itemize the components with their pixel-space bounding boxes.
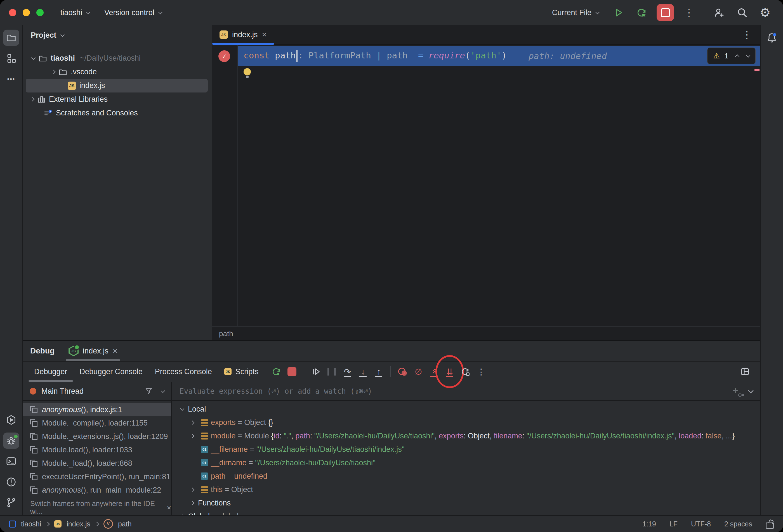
add-watch-button[interactable]: + <box>730 386 741 396</box>
frame-row[interactable]: Module._extensions..js(), loader:1209 <box>23 430 171 443</box>
chevron-down-icon[interactable] <box>161 388 165 393</box>
variable-row-local[interactable]: Local <box>172 402 760 416</box>
intention-bulb-icon[interactable] <box>244 68 251 76</box>
layout-settings-button[interactable] <box>738 364 752 379</box>
close-icon[interactable]: × <box>262 30 267 39</box>
debug-session-tab[interactable]: JS index.js × <box>66 341 120 361</box>
evaluate-input[interactable] <box>179 387 730 396</box>
more-actions-button[interactable]: ⋮ <box>681 5 697 21</box>
pause-button[interactable] <box>324 364 339 379</box>
indent-widget[interactable]: 2 spaces <box>724 520 752 528</box>
editor-tab-indexjs[interactable]: JS index.js × <box>212 25 274 44</box>
variable-row-filename[interactable]: 01 __filename = "/Users/zhaolei-hu/Daily… <box>172 442 760 456</box>
breadcrumb-project[interactable]: tiaoshi <box>21 520 41 528</box>
project-toolwindow-button[interactable] <box>3 30 19 46</box>
settings-button[interactable]: ⚙ <box>757 5 773 21</box>
tree-label: tiaoshi <box>51 54 75 63</box>
code-with-me-button[interactable] <box>712 5 727 21</box>
breakpoint-icon[interactable]: ✓ <box>218 50 230 62</box>
chevron-right-icon[interactable] <box>190 434 194 438</box>
maximize-window-button[interactable] <box>36 9 43 16</box>
variables-panel: + Local export <box>172 382 760 515</box>
frame-row[interactable]: anonymous(), index.js:1 <box>23 403 171 416</box>
step-over-button[interactable]: ↷ <box>340 364 354 379</box>
run-configuration-select[interactable]: Current File <box>552 8 599 17</box>
more-actions-button[interactable]: ⋮ <box>474 364 488 379</box>
execution-line[interactable]: const path: PlatformPath | path = requir… <box>238 46 760 66</box>
project-menu[interactable]: tiaoshi <box>60 8 90 17</box>
line-separator-widget[interactable]: LF <box>669 520 678 528</box>
tree-row-indexjs[interactable]: JS index.js <box>23 79 212 93</box>
error-stripe-mark[interactable] <box>754 69 759 71</box>
step-out-button[interactable]: ↑ <box>371 364 386 379</box>
thread-selector[interactable]: Main Thread <box>23 382 171 401</box>
breadcrumb-item[interactable]: path <box>219 329 233 338</box>
close-icon[interactable]: × <box>113 347 118 355</box>
tab-process-console[interactable]: Process Console <box>149 362 218 382</box>
close-window-button[interactable] <box>9 9 16 16</box>
variable-row-dirname[interactable]: 01 __dirname = "/Users/zhaolei-hu/DailyU… <box>172 456 760 469</box>
mute-breakpoints-button[interactable]: ∅ <box>411 364 426 379</box>
unlock-icon[interactable] <box>766 523 774 529</box>
debug-toolwindow-button[interactable] <box>3 433 19 449</box>
tab-scripts[interactable]: JS Scripts <box>219 362 264 382</box>
editor-tab-options-button[interactable]: ⋮ <box>742 29 752 40</box>
tree-row-external-libraries[interactable]: External Libraries <box>23 93 212 106</box>
tree-row-project-root[interactable]: tiaoshi ~/DailyUse/tiaoshi <box>23 52 212 65</box>
encoding-widget[interactable]: UTF-8 <box>691 520 711 528</box>
frame-row[interactable]: Module._load(), loader:868 <box>23 457 171 470</box>
search-everywhere-button[interactable] <box>734 5 750 21</box>
structure-toolwindow-button[interactable] <box>3 50 19 67</box>
breadcrumb-symbol[interactable]: path <box>118 520 132 528</box>
close-icon[interactable]: × <box>167 504 171 511</box>
breadcrumb-file[interactable]: index.js <box>67 520 90 528</box>
resume-button[interactable] <box>309 364 323 379</box>
variable-row-exports[interactable]: exports = Object {} <box>172 416 760 429</box>
problems-toolwindow-button[interactable] <box>3 474 19 490</box>
chevron-down-icon[interactable] <box>748 388 754 393</box>
frame-row[interactable]: executeUserEntryPoint(), run_main:81 <box>23 470 171 484</box>
next-problem-button[interactable] <box>746 53 751 58</box>
caret-position-widget[interactable]: 1:19 <box>643 520 656 528</box>
rerun-button[interactable] <box>269 364 284 379</box>
vcs-toolwindow-button[interactable] <box>3 495 19 511</box>
variable-row-this[interactable]: this = Object <box>172 483 760 496</box>
force-step-into-button[interactable]: ⇊ <box>442 364 457 379</box>
project-panel-header[interactable]: Project <box>23 25 212 45</box>
minimize-window-button[interactable] <box>23 9 30 16</box>
filter-icon[interactable] <box>145 387 153 395</box>
rerun-debug-button[interactable] <box>634 5 649 21</box>
chevron-down-icon[interactable] <box>180 406 184 411</box>
stop-button[interactable] <box>657 4 674 21</box>
run-button[interactable] <box>611 5 626 21</box>
tab-debugger-console[interactable]: Debugger Console <box>74 362 148 382</box>
chevron-right-icon[interactable] <box>190 420 194 425</box>
variable-row-global[interactable]: Global = global <box>172 510 760 515</box>
view-breakpoints-button[interactable] <box>396 364 410 379</box>
run-hexagon-icon <box>6 414 17 425</box>
variable-row-functions[interactable]: Functions <box>172 496 760 510</box>
terminal-toolwindow-button[interactable] <box>3 453 19 469</box>
frame-row[interactable]: Module._compile(), loader:1155 <box>23 416 171 430</box>
chevron-right-icon[interactable] <box>190 487 194 492</box>
step-into-button[interactable]: ↓ <box>356 364 370 379</box>
run-toolwindow-button[interactable] <box>3 412 19 428</box>
run-to-cursor-button[interactable] <box>458 364 473 379</box>
vcs-menu[interactable]: Version control <box>104 8 162 17</box>
tree-row-scratches[interactable]: Scratches and Consoles <box>23 106 212 120</box>
tree-row-vscode[interactable]: .vscode <box>23 65 212 79</box>
chevron-right-icon <box>52 70 56 74</box>
code-editor[interactable]: ✓ const path: PlatformPath | path = requ… <box>212 45 760 326</box>
variable-row-path[interactable]: 01 path = undefined <box>172 469 760 483</box>
chevron-right-icon[interactable] <box>190 501 194 505</box>
notifications-button[interactable] <box>764 30 780 46</box>
previous-problem-button[interactable] <box>735 54 740 59</box>
frame-row[interactable]: anonymous(), run_main_module:22 <box>23 484 171 497</box>
more-toolwindows-button[interactable]: ••• <box>3 71 19 87</box>
stop-button[interactable] <box>285 364 299 379</box>
thread-actions <box>145 387 164 395</box>
variable-row-module[interactable]: module = Module {id: ".", path: "/Users/… <box>172 429 760 442</box>
tab-debugger[interactable]: Debugger <box>29 362 73 382</box>
frame-row[interactable]: Module.load(), loader:1033 <box>23 443 171 457</box>
step-out-of-block-button[interactable]: » <box>427 364 441 379</box>
